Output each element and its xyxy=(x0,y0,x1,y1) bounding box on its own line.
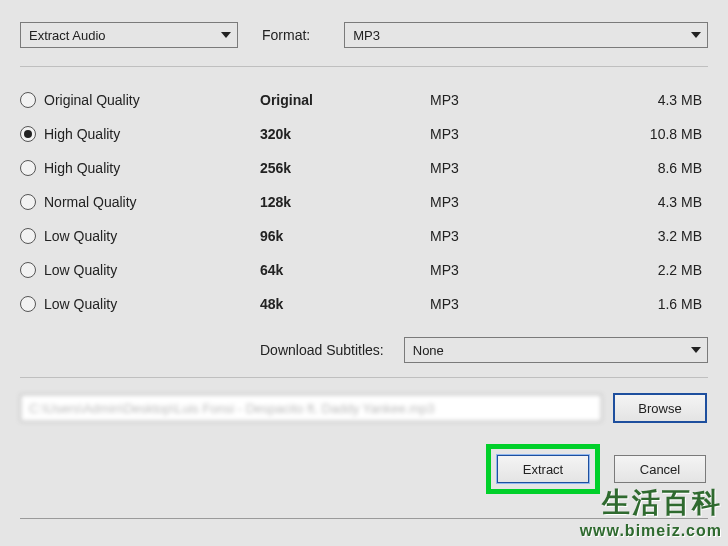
extract-button[interactable]: Extract xyxy=(497,455,589,483)
format-dropdown-value: MP3 xyxy=(353,28,380,43)
subtitles-row: Download Subtitles: None xyxy=(20,337,708,363)
cancel-button-label: Cancel xyxy=(640,462,680,477)
quality-radio-cell[interactable]: High Quality xyxy=(20,160,260,176)
actions-row: Extract Cancel xyxy=(20,444,708,494)
quality-label: Normal Quality xyxy=(44,194,137,210)
format-label: Format: xyxy=(262,27,320,43)
quality-size: 4.3 MB xyxy=(550,92,708,108)
quality-row[interactable]: High Quality320kMP310.8 MB xyxy=(20,117,708,151)
quality-codec: MP3 xyxy=(430,92,550,108)
quality-size: 1.6 MB xyxy=(550,296,708,312)
quality-size: 10.8 MB xyxy=(550,126,708,142)
subtitles-dropdown[interactable]: None xyxy=(404,337,708,363)
quality-bitrate: 64k xyxy=(260,262,430,278)
subtitles-label: Download Subtitles: xyxy=(260,342,394,358)
radio-icon[interactable] xyxy=(20,194,36,210)
quality-codec: MP3 xyxy=(430,262,550,278)
cancel-button[interactable]: Cancel xyxy=(614,455,706,483)
quality-row[interactable]: Low Quality96kMP33.2 MB xyxy=(20,219,708,253)
quality-bitrate: Original xyxy=(260,92,430,108)
quality-bitrate: 320k xyxy=(260,126,430,142)
browse-button[interactable]: Browse xyxy=(614,394,706,422)
quality-bitrate: 48k xyxy=(260,296,430,312)
radio-icon[interactable] xyxy=(20,160,36,176)
quality-label: Original Quality xyxy=(44,92,140,108)
quality-size: 2.2 MB xyxy=(550,262,708,278)
subtitles-dropdown-value: None xyxy=(413,343,444,358)
quality-codec: MP3 xyxy=(430,126,550,142)
quality-bitrate: 128k xyxy=(260,194,430,210)
radio-icon[interactable] xyxy=(20,126,36,142)
quality-label: Low Quality xyxy=(44,296,117,312)
chevron-down-icon xyxy=(691,32,701,38)
quality-radio-cell[interactable]: Normal Quality xyxy=(20,194,260,210)
divider xyxy=(20,377,708,378)
quality-radio-cell[interactable]: Low Quality xyxy=(20,262,260,278)
radio-icon[interactable] xyxy=(20,92,36,108)
quality-radio-cell[interactable]: Original Quality xyxy=(20,92,260,108)
output-path-value: C:\Users\Admin\Desktop\Luis Fonsi - Desp… xyxy=(29,401,435,416)
chevron-down-icon xyxy=(691,347,701,353)
quality-row[interactable]: High Quality256kMP38.6 MB xyxy=(20,151,708,185)
extract-highlight: Extract xyxy=(486,444,600,494)
quality-row[interactable]: Low Quality48kMP31.6 MB xyxy=(20,287,708,321)
quality-codec: MP3 xyxy=(430,296,550,312)
extract-button-label: Extract xyxy=(523,462,563,477)
quality-size: 8.6 MB xyxy=(550,160,708,176)
quality-label: High Quality xyxy=(44,126,120,142)
quality-radio-cell[interactable]: Low Quality xyxy=(20,296,260,312)
quality-list: Original QualityOriginalMP34.3 MBHigh Qu… xyxy=(20,83,708,321)
quality-label: High Quality xyxy=(44,160,120,176)
main-panel: Extract Audio Format: MP3 Original Quali… xyxy=(0,0,728,519)
quality-size: 3.2 MB xyxy=(550,228,708,244)
divider xyxy=(20,66,708,67)
top-row: Extract Audio Format: MP3 xyxy=(20,22,708,48)
radio-icon[interactable] xyxy=(20,296,36,312)
radio-icon[interactable] xyxy=(20,228,36,244)
quality-bitrate: 256k xyxy=(260,160,430,176)
divider xyxy=(20,518,708,519)
quality-codec: MP3 xyxy=(430,194,550,210)
quality-row[interactable]: Low Quality64kMP32.2 MB xyxy=(20,253,708,287)
quality-size: 4.3 MB xyxy=(550,194,708,210)
watermark-url: www.bimeiz.com xyxy=(580,522,722,540)
quality-codec: MP3 xyxy=(430,228,550,244)
format-dropdown[interactable]: MP3 xyxy=(344,22,708,48)
quality-radio-cell[interactable]: Low Quality xyxy=(20,228,260,244)
quality-bitrate: 96k xyxy=(260,228,430,244)
radio-icon[interactable] xyxy=(20,262,36,278)
quality-codec: MP3 xyxy=(430,160,550,176)
quality-radio-cell[interactable]: High Quality xyxy=(20,126,260,142)
quality-row[interactable]: Original QualityOriginalMP34.3 MB xyxy=(20,83,708,117)
action-dropdown[interactable]: Extract Audio xyxy=(20,22,238,48)
path-row: C:\Users\Admin\Desktop\Luis Fonsi - Desp… xyxy=(20,394,708,422)
quality-row[interactable]: Normal Quality128kMP34.3 MB xyxy=(20,185,708,219)
action-dropdown-value: Extract Audio xyxy=(29,28,106,43)
quality-label: Low Quality xyxy=(44,228,117,244)
quality-label: Low Quality xyxy=(44,262,117,278)
chevron-down-icon xyxy=(221,32,231,38)
output-path-input[interactable]: C:\Users\Admin\Desktop\Luis Fonsi - Desp… xyxy=(20,394,602,422)
browse-button-label: Browse xyxy=(638,401,681,416)
